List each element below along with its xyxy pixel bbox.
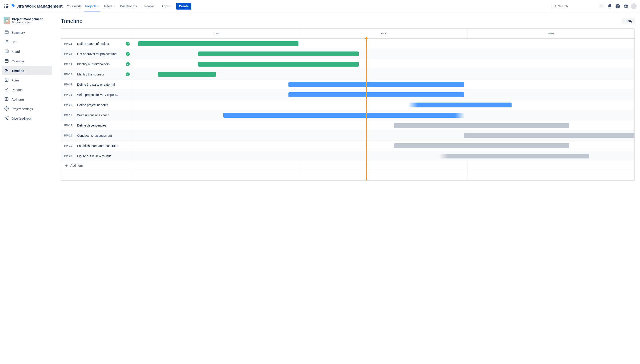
- product-brand[interactable]: Jira Work Management: [11, 3, 63, 9]
- sidebar-item-reports[interactable]: Reports: [2, 85, 52, 94]
- gantt-cell: [133, 38, 634, 48]
- today-button[interactable]: Today: [622, 18, 635, 24]
- month-header: JAN: [133, 29, 300, 38]
- timeline-row[interactable]: PM-22Define project benefits: [61, 100, 634, 110]
- nav-item-your-work[interactable]: Your work: [65, 0, 83, 12]
- sidebar-item-give-feedback[interactable]: Give feedback: [2, 114, 52, 123]
- main-content: Timeline Today JANFEBMAR PM-11Define sco…: [54, 12, 640, 364]
- svg-point-2: [617, 7, 618, 7]
- gantt-bar[interactable]: [198, 52, 359, 56]
- create-button[interactable]: Create: [176, 3, 191, 10]
- add-item-row[interactable]: Add item: [61, 161, 634, 170]
- project-sidebar: 📋 Project management Business project Su…: [0, 12, 54, 364]
- gantt-bar[interactable]: [158, 72, 216, 77]
- issue-title: Define project benefits: [77, 103, 130, 107]
- feedback-icon: [5, 116, 9, 121]
- search-input[interactable]: [558, 4, 597, 8]
- sidebar-item-summary[interactable]: Summary: [2, 28, 52, 37]
- app-switcher-button[interactable]: [3, 3, 10, 10]
- gantt-bar[interactable]: [409, 102, 512, 108]
- done-badge-icon: [126, 72, 130, 76]
- profile-button[interactable]: [630, 3, 637, 10]
- sidebar-item-board[interactable]: Board: [2, 47, 52, 56]
- sidebar-item-timeline[interactable]: Timeline: [2, 66, 52, 75]
- svg-rect-5: [5, 60, 9, 62]
- issue-title: Write project delivery expect...: [77, 93, 130, 96]
- issue-title: Define dependencies: [77, 124, 130, 127]
- sidebar-item-label: Summary: [12, 31, 25, 34]
- timeline-row[interactable]: PM-12Define dependencies: [61, 120, 634, 130]
- done-badge-icon: [126, 62, 130, 66]
- gantt-cell: [133, 141, 634, 151]
- timeline-row[interactable]: PM-27Figure out review rounds: [61, 151, 634, 161]
- help-button[interactable]: [614, 3, 621, 10]
- timeline-row[interactable]: PM-10Establish team and resources: [61, 141, 634, 151]
- timeline-row[interactable]: PM-29Conduct risk assessment: [61, 130, 634, 141]
- board-icon: [5, 49, 9, 54]
- search-box[interactable]: /: [552, 3, 604, 9]
- project-header[interactable]: 📋 Project management Business project: [2, 16, 52, 28]
- gantt-cell: [133, 90, 634, 100]
- nav-item-apps[interactable]: Apps: [159, 0, 174, 12]
- empty-row: [61, 170, 634, 180]
- sidebar-item-add-item[interactable]: Add item: [2, 95, 52, 104]
- timeline-row[interactable]: PM-13Identify the sponsor: [61, 69, 634, 80]
- gear-icon: [623, 4, 628, 9]
- sidebar-item-list[interactable]: List: [2, 38, 52, 46]
- calendar-icon: [5, 58, 9, 64]
- nav-item-projects[interactable]: Projects: [83, 0, 102, 12]
- issue-key: PM-14: [64, 62, 74, 66]
- month-headers: JANFEBMAR: [133, 29, 634, 38]
- settings-button[interactable]: [622, 3, 629, 10]
- gantt-cell: [133, 69, 634, 79]
- issue-title: Get approval for project fund...: [77, 52, 123, 56]
- timeline-row[interactable]: PM-33Define 3rd party or external: [61, 80, 634, 90]
- gantt-bar[interactable]: [288, 82, 464, 87]
- timeline-row[interactable]: PM-32Write project delivery expect...: [61, 90, 634, 100]
- chevron-down-icon: [97, 5, 100, 7]
- plus-icon: [65, 164, 68, 167]
- gantt-bar[interactable]: [394, 144, 569, 148]
- issue-key: PM-22: [64, 104, 74, 106]
- list-icon: [5, 40, 9, 44]
- gantt-bar[interactable]: [223, 113, 464, 118]
- timeline-row[interactable]: PM-14Identify all stakeholders: [61, 59, 634, 69]
- timeline-row[interactable]: PM-35Get approval for project fund...: [61, 49, 634, 59]
- nav-item-label: Filters: [104, 4, 112, 8]
- timeline-header: JANFEBMAR: [61, 29, 634, 38]
- gantt-bar[interactable]: [439, 154, 589, 158]
- layout-icon: [5, 30, 9, 35]
- issue-key: PM-11: [64, 42, 74, 45]
- top-right-icons: [606, 3, 637, 10]
- gantt-bar[interactable]: [138, 41, 299, 46]
- nav-item-people[interactable]: People: [142, 0, 159, 12]
- nav-item-filters[interactable]: Filters: [102, 0, 118, 12]
- notifications-button[interactable]: [606, 3, 613, 10]
- svg-point-0: [554, 5, 556, 7]
- form-icon: [5, 78, 9, 83]
- issue-key: PM-17: [64, 114, 74, 117]
- gantt-bar[interactable]: [394, 123, 569, 128]
- search-icon: [553, 4, 557, 8]
- timeline-container: JANFEBMAR PM-11Define scope of projectPM…: [61, 28, 635, 181]
- timeline-row[interactable]: PM-17Write up business case: [61, 110, 634, 120]
- gantt-bar[interactable]: [288, 92, 464, 97]
- timeline-rows: PM-11Define scope of projectPM-35Get app…: [61, 38, 634, 180]
- issue-title: Define scope of project: [77, 42, 123, 46]
- sidebar-item-calendar[interactable]: Calendar: [2, 56, 52, 66]
- timeline-row[interactable]: PM-11Define scope of project: [61, 38, 634, 49]
- sidebar-item-label: Timeline: [12, 69, 24, 72]
- nav-item-label: Dashboards: [120, 4, 137, 8]
- chevron-down-icon: [155, 5, 157, 7]
- top-navigation: Jira Work Management Your workProjectsFi…: [0, 0, 640, 12]
- nav-item-label: Apps: [161, 4, 169, 8]
- nav-item-dashboards[interactable]: Dashboards: [118, 0, 142, 12]
- primary-nav-items: Your workProjectsFiltersDashboardsPeople…: [65, 0, 174, 12]
- sidebar-item-form[interactable]: Form: [2, 76, 52, 85]
- project-subtitle: Business project: [12, 21, 43, 24]
- done-badge-icon: [126, 42, 130, 46]
- gantt-bar[interactable]: [198, 62, 359, 66]
- sidebar-item-label: Reports: [12, 88, 23, 92]
- sidebar-item-project-settings[interactable]: Project settings: [2, 104, 52, 114]
- gantt-bar[interactable]: [464, 133, 635, 138]
